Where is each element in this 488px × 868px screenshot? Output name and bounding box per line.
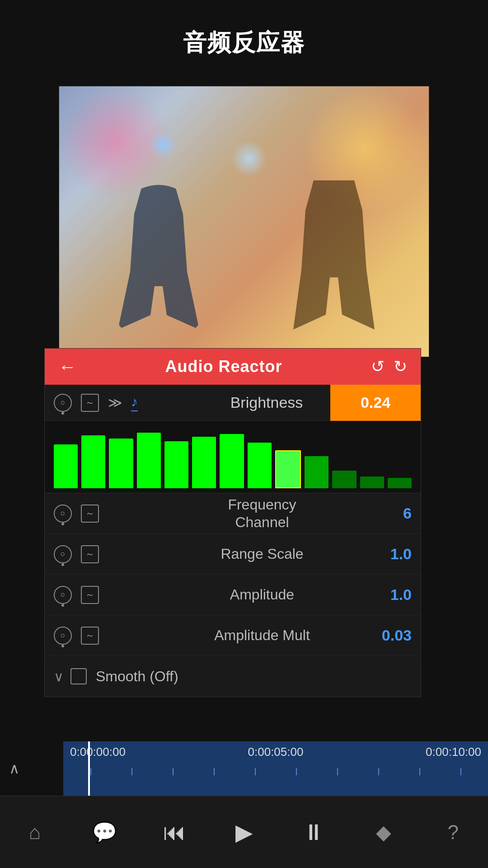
tick-1: [90, 768, 91, 775]
audio-reactor-panel: ← Audio Reactor ↺ ↻ ○ ～ ≫ ♪ Brightness 0…: [44, 348, 421, 697]
panel-header: ← Audio Reactor ↺ ↻: [45, 349, 421, 385]
video-preview-container: [59, 86, 429, 357]
param-name-amplitude-mult: Amplitude Mult: [167, 627, 357, 644]
reset-icon-amp[interactable]: ○: [54, 586, 72, 604]
prev-button[interactable]: ⏮: [156, 814, 192, 850]
video-preview: [59, 86, 429, 357]
chat-button[interactable]: 💬: [86, 814, 122, 850]
freq-bar-4[interactable]: [164, 441, 188, 488]
play-button[interactable]: ▶: [226, 814, 262, 850]
wave-icon-amp[interactable]: ～: [81, 586, 99, 604]
timeline-mid: 0:00:05:00: [248, 745, 304, 759]
redo-button[interactable]: ↻: [394, 357, 407, 376]
freq-bar-12[interactable]: [388, 478, 412, 488]
freq-bar-9[interactable]: [305, 456, 328, 489]
pause-button[interactable]: ⏸: [296, 814, 332, 850]
chevron-down-icon[interactable]: ∨: [54, 669, 64, 684]
timeline-section: ∧ 0:00:00:00 0:00:05:00 0:00:10:00: [0, 741, 488, 796]
tick-8: [378, 768, 379, 775]
tick-2: [131, 768, 132, 775]
page-title: 音频反应器: [0, 0, 488, 59]
param-value-frequency[interactable]: 6: [357, 505, 412, 522]
play-icon: ▶: [235, 819, 253, 845]
smooth-row: ∨ Smooth (Off): [45, 656, 421, 697]
chat-icon: 💬: [92, 821, 117, 844]
param-name-frequency: FrequencyChannel: [167, 496, 357, 531]
tick-5: [255, 768, 256, 775]
brightness-icons: ○ ～ ≫ ♪: [45, 394, 203, 412]
diamond-button[interactable]: ◆: [366, 814, 402, 850]
smooth-checkbox[interactable]: [70, 668, 87, 684]
freq-bar-5[interactable]: [192, 437, 216, 488]
param-icons-1: ○ ～: [54, 505, 167, 523]
tick-7: [337, 768, 338, 775]
param-icons-2: ○ ～: [54, 545, 167, 563]
freq-bar-0[interactable]: [54, 444, 78, 489]
pause-icon: ⏸: [302, 819, 325, 845]
header-actions: ↺ ↻: [371, 357, 407, 376]
freq-bar-11[interactable]: [360, 476, 384, 488]
tick-10: [460, 768, 461, 775]
timeline-labels: 0:00:00:00 0:00:05:00 0:00:10:00: [63, 741, 488, 763]
param-name-amplitude: Amplitude: [167, 586, 357, 603]
timeline-start: 0:00:00:00: [70, 745, 126, 759]
brightness-label: Brightness: [203, 394, 330, 411]
tick-9: [419, 768, 420, 775]
timeline-end: 0:00:10:00: [426, 745, 481, 759]
flare-center: [231, 141, 267, 177]
timeline-collapse-icon[interactable]: ∧: [9, 760, 19, 777]
reset-icon-range[interactable]: ○: [54, 545, 72, 563]
home-button[interactable]: ⌂: [17, 814, 53, 850]
help-button[interactable]: ?: [435, 814, 471, 850]
wave-icon-amp-mult[interactable]: ～: [81, 627, 99, 645]
diamond-icon: ◆: [376, 821, 391, 844]
freq-bar-7[interactable]: [248, 443, 272, 488]
freq-bar-6[interactable]: [220, 434, 244, 488]
wave-icon-range[interactable]: ～: [81, 545, 99, 563]
wave-icon-freq[interactable]: ～: [81, 505, 99, 523]
panel-title: Audio Reactor: [165, 357, 282, 376]
tick-3: [173, 768, 174, 775]
freq-bar-1[interactable]: [81, 435, 105, 488]
music-note-icon[interactable]: ♪: [131, 394, 138, 411]
param-row-frequency: ○ ～ FrequencyChannel 6: [45, 493, 421, 534]
freq-bar-3[interactable]: [137, 433, 161, 489]
timeline-playhead[interactable]: [88, 741, 90, 796]
param-icons-3: ○ ～: [54, 586, 167, 604]
undo-button[interactable]: ↺: [371, 357, 385, 376]
reset-icon-amp-mult[interactable]: ○: [54, 627, 72, 645]
param-value-amplitude-mult[interactable]: 0.03: [357, 627, 412, 644]
param-name-range: Range Scale: [167, 545, 357, 562]
lightning-icon[interactable]: ≫: [108, 395, 122, 410]
back-button[interactable]: ←: [58, 357, 76, 377]
wave-icon[interactable]: ～: [81, 394, 99, 412]
param-row-range: ○ ～ Range Scale 1.0: [45, 534, 421, 575]
brightness-row: ○ ～ ≫ ♪ Brightness 0.24: [45, 385, 421, 421]
flare-center-left: [150, 132, 177, 159]
freq-bar-10[interactable]: [332, 471, 356, 488]
timeline-track[interactable]: 0:00:00:00 0:00:05:00 0:00:10:00: [63, 741, 488, 796]
prev-icon: ⏮: [163, 819, 186, 845]
param-value-amplitude[interactable]: 1.0: [357, 586, 412, 604]
freq-bar-8[interactable]: [275, 450, 301, 489]
brightness-value[interactable]: 0.24: [330, 385, 421, 421]
frequency-display: [45, 421, 421, 493]
help-icon: ?: [448, 821, 459, 844]
silhouette-left: [118, 185, 199, 330]
param-icons-4: ○ ～: [54, 627, 167, 645]
smooth-label: Smooth (Off): [96, 668, 178, 685]
tick-4: [214, 768, 215, 775]
timeline-ticks: [63, 763, 488, 781]
tick-6: [296, 768, 297, 775]
param-value-range[interactable]: 1.0: [357, 545, 412, 563]
reset-icon-freq[interactable]: ○: [54, 505, 72, 523]
reset-icon[interactable]: ○: [54, 394, 72, 412]
freq-bar-2[interactable]: [109, 439, 133, 489]
param-row-amplitude-mult: ○ ～ Amplitude Mult 0.03: [45, 615, 421, 656]
bottom-nav: ⌂ 💬 ⏮ ▶ ⏸ ◆ ?: [0, 796, 488, 868]
param-row-amplitude: ○ ～ Amplitude 1.0: [45, 575, 421, 615]
home-icon: ⌂: [29, 821, 41, 844]
